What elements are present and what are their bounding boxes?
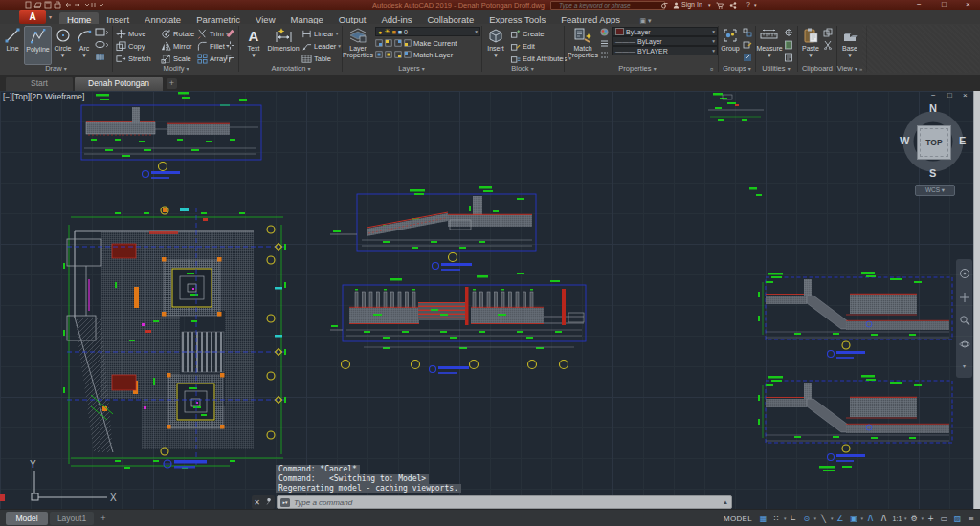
utilities-panel-title[interactable]: Utilities ▾ bbox=[756, 63, 796, 74]
space-indicator[interactable]: MODEL bbox=[724, 515, 752, 523]
snap-toggle[interactable]: ∷ bbox=[770, 515, 783, 523]
sign-in-button[interactable]: Sign In bbox=[681, 1, 702, 8]
polar-toggle[interactable]: ⊙ bbox=[800, 515, 813, 523]
copy-button[interactable]: Copy bbox=[116, 40, 145, 52]
viewport-controls-label[interactable]: [−][Top][2D Wireframe] bbox=[3, 92, 84, 101]
layers-panel-title[interactable]: Layers ▾ bbox=[344, 63, 479, 74]
file-tab-start[interactable]: Start bbox=[6, 77, 73, 91]
viewcube-east[interactable]: E bbox=[959, 135, 966, 146]
ungroup-icon[interactable] bbox=[743, 28, 752, 37]
dimension-button[interactable]: Dimension bbox=[268, 26, 299, 63]
utilities-extra-tools[interactable] bbox=[784, 28, 793, 62]
vertical-scrollbar[interactable] bbox=[973, 91, 980, 509]
modify-panel-title[interactable]: Modify ▾ bbox=[114, 63, 238, 74]
ellipse-icon[interactable] bbox=[95, 39, 110, 50]
annotation-autoscale-toggle[interactable]: Λ bbox=[878, 515, 890, 523]
zoom-icon[interactable] bbox=[959, 315, 970, 326]
clipboard-extra-tools[interactable] bbox=[823, 28, 833, 50]
viewcube-west[interactable]: W bbox=[900, 135, 909, 146]
navbar-more-icon[interactable]: ▾ bbox=[963, 362, 966, 369]
layer-walk-icon[interactable] bbox=[394, 51, 402, 58]
command-wrench-icon[interactable] bbox=[265, 498, 273, 506]
clean-screen-toggle[interactable]: ≡ bbox=[965, 515, 977, 523]
circle-button[interactable]: Circle▾ bbox=[52, 26, 74, 63]
group-button[interactable]: Group bbox=[720, 26, 741, 63]
layer-color-icon[interactable]: ■ bbox=[398, 29, 402, 35]
annotation-panel-title[interactable]: Annotation ▾ bbox=[240, 63, 342, 74]
group-selection-icon[interactable] bbox=[743, 53, 752, 62]
color-select[interactable]: ByLayer▾ bbox=[612, 27, 718, 36]
user-avatar-icon[interactable] bbox=[673, 2, 679, 9]
lineweight-select[interactable]: ——— ByLayer▾ bbox=[612, 36, 718, 46]
properties-extra-tools[interactable] bbox=[600, 28, 609, 59]
block-panel-title[interactable]: Block ▾ bbox=[483, 63, 562, 74]
hatch-icon[interactable] bbox=[95, 52, 110, 62]
maximize-button[interactable]: □ bbox=[942, 0, 947, 10]
quick-calc-icon[interactable] bbox=[784, 40, 793, 50]
draw-extra-tools[interactable] bbox=[95, 27, 110, 62]
graphics-performance-toggle[interactable]: ▨ bbox=[951, 515, 964, 523]
a360-share-icon[interactable] bbox=[729, 2, 737, 9]
model-tab[interactable]: Model bbox=[6, 512, 48, 525]
osnap-toggle[interactable]: ▣ bbox=[847, 515, 859, 523]
copy-clip-icon[interactable] bbox=[823, 28, 833, 37]
polyline-button[interactable]: Polyline bbox=[24, 26, 52, 65]
match-layer-button[interactable]: Match Layer bbox=[375, 49, 453, 60]
store-cart-icon[interactable] bbox=[716, 2, 724, 9]
close-button[interactable]: × bbox=[966, 0, 970, 10]
osnap-caret-icon[interactable]: ▾ bbox=[860, 515, 863, 521]
explode-icon[interactable] bbox=[225, 40, 235, 51]
view-panel-title[interactable]: View ▾ » bbox=[835, 63, 865, 74]
quick-access-toolbar[interactable] bbox=[25, 1, 168, 9]
isodraft-caret-icon[interactable]: ▾ bbox=[831, 515, 834, 521]
annotation-visibility-toggle[interactable]: Λ bbox=[864, 515, 877, 523]
application-menu-button[interactable]: A bbox=[19, 10, 46, 24]
trim-button[interactable]: Trim▾ bbox=[197, 28, 228, 39]
create-block-button[interactable]: Create bbox=[510, 28, 545, 39]
list-icon[interactable] bbox=[784, 53, 793, 62]
cut-icon[interactable] bbox=[823, 40, 833, 50]
file-tab-active[interactable]: Denah Potongan Droff*× bbox=[75, 77, 163, 91]
mirror-button[interactable]: Mirror bbox=[161, 40, 192, 52]
move-button[interactable]: Move bbox=[116, 28, 145, 39]
command-badge-icon[interactable]: ▸▾ bbox=[280, 498, 290, 507]
layer-isolate-icon[interactable] bbox=[375, 51, 383, 58]
annotation-scale-button[interactable]: 1:1 bbox=[891, 515, 903, 522]
group-edit-icon[interactable] bbox=[743, 40, 752, 50]
erase-icon[interactable] bbox=[225, 28, 235, 38]
command-input[interactable]: ▸▾ Type a command ▲ bbox=[277, 495, 732, 509]
workspace-caret-icon[interactable]: ▾ bbox=[921, 515, 924, 521]
match-properties-button[interactable]: Match Properties bbox=[568, 26, 598, 63]
id-point-icon[interactable] bbox=[784, 28, 793, 37]
viewcube-south[interactable]: S bbox=[929, 167, 936, 179]
groups-panel-title[interactable]: Groups ▾ bbox=[719, 63, 755, 74]
annotation-monitor-toggle[interactable]: + bbox=[924, 515, 937, 523]
pan-icon[interactable] bbox=[959, 292, 970, 303]
modify-extra-tools[interactable] bbox=[225, 28, 235, 63]
polar-caret-icon[interactable]: ▾ bbox=[813, 515, 816, 521]
edit-block-button[interactable]: Edit bbox=[510, 40, 535, 52]
offset-icon[interactable] bbox=[225, 53, 235, 63]
quick-properties-toggle[interactable]: ▭ bbox=[938, 515, 950, 523]
rotate-button[interactable]: Rotate bbox=[161, 28, 194, 39]
command-history-up-icon[interactable]: ▲ bbox=[723, 499, 728, 505]
layer-state-icon[interactable] bbox=[385, 39, 392, 47]
orbit-icon[interactable] bbox=[959, 339, 970, 350]
annotation-scale-caret-icon[interactable]: ▾ bbox=[904, 515, 907, 521]
layer-off-icon[interactable] bbox=[404, 39, 412, 47]
layer-properties-button[interactable]: Layer Properties bbox=[345, 26, 371, 63]
groups-extra-tools[interactable] bbox=[743, 28, 752, 62]
application-menu-caret-icon[interactable]: ▾ bbox=[49, 13, 52, 20]
snap-caret-icon[interactable]: ▾ bbox=[784, 515, 787, 521]
properties-panel-title[interactable]: Properties ▾ bbox=[566, 63, 709, 74]
wcs-menu[interactable]: WCS ▾ bbox=[915, 185, 955, 196]
drawing-canvas[interactable]: Y X [−][Top][2D Wireframe] − □ × N W E S… bbox=[0, 91, 980, 509]
viewcube-top-face[interactable]: TOP bbox=[917, 125, 951, 160]
arc-button[interactable]: Arc▾ bbox=[76, 26, 93, 63]
minimize-button[interactable]: − bbox=[917, 0, 922, 10]
grid-toggle[interactable]: ▦ bbox=[757, 515, 769, 523]
viewcube-north[interactable]: N bbox=[929, 102, 937, 114]
line-button[interactable]: Line bbox=[2, 26, 23, 63]
properties-dialog-launcher-icon[interactable]: ¤ bbox=[710, 66, 713, 72]
paste-button[interactable]: Paste▾ bbox=[800, 26, 821, 63]
